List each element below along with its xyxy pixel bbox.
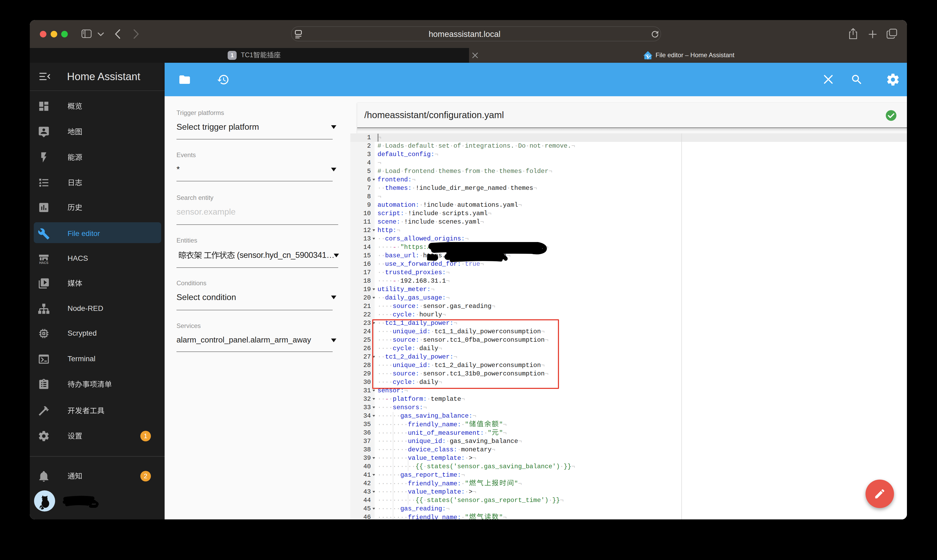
svg-text:HACS: HACS bbox=[39, 261, 49, 265]
